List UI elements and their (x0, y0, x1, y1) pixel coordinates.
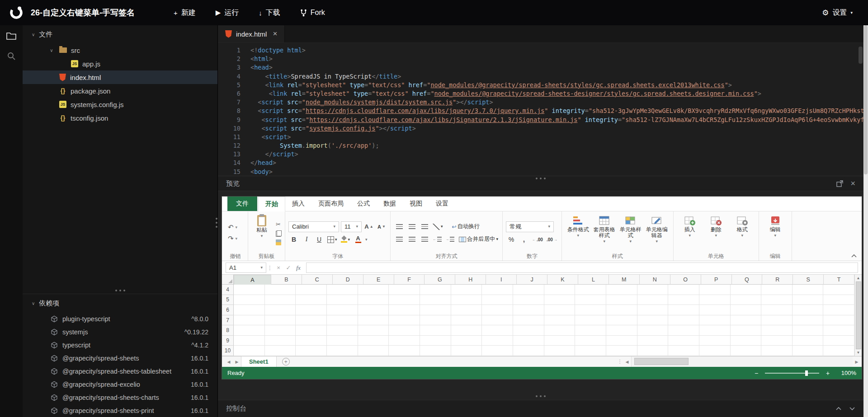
cell-G6[interactable] (420, 305, 451, 315)
select-all-corner[interactable] (222, 275, 234, 285)
cell-L10[interactable] (575, 346, 606, 356)
app-logo-icon[interactable] (9, 5, 24, 20)
row-header-5[interactable]: 5 (222, 295, 234, 305)
cell-B7[interactable] (265, 315, 296, 326)
cell-K10[interactable] (544, 346, 576, 356)
cell-R10[interactable] (761, 346, 793, 356)
percent-style-button[interactable]: % (506, 234, 517, 245)
insert-cells-button[interactable]: 插入▾ (677, 213, 703, 253)
cell-R6[interactable] (761, 305, 793, 315)
cell-A7[interactable] (234, 315, 265, 326)
cell-M6[interactable] (606, 305, 637, 315)
cell-H4[interactable] (451, 285, 482, 295)
dependency-item[interactable]: @grapecity/spread-sheets16.0.1 (23, 351, 217, 365)
italic-button[interactable]: I (301, 234, 312, 245)
cell-M4[interactable] (606, 285, 637, 295)
cell-D9[interactable] (327, 336, 358, 346)
delete-cells-button[interactable]: 删除▾ (703, 213, 729, 253)
tree-item-src[interactable]: ∨src (23, 43, 217, 57)
cell-E7[interactable] (358, 315, 389, 326)
cell-N4[interactable] (637, 285, 669, 295)
cell-P7[interactable] (699, 315, 731, 326)
cell-Q9[interactable] (731, 336, 762, 346)
code-line[interactable]: 7 <script src="node_modules/systemjs/dis… (218, 98, 863, 107)
column-header-S[interactable]: S (793, 275, 824, 285)
cell-T6[interactable] (823, 305, 854, 315)
cell-K7[interactable] (544, 315, 576, 326)
cell-D5[interactable] (327, 295, 358, 305)
cell-L8[interactable] (575, 325, 606, 336)
cell-B6[interactable] (265, 305, 296, 315)
column-header-N[interactable]: N (640, 275, 670, 285)
align-middle-button[interactable] (406, 221, 417, 232)
increase-font-button[interactable]: A▲ (363, 221, 374, 232)
dependency-item[interactable]: @grapecity/spread-sheets-tablesheet16.0.… (23, 365, 217, 378)
cell-S4[interactable] (793, 285, 824, 295)
horizontal-scrollbar-thumb[interactable] (634, 358, 689, 365)
font-color-button[interactable]: A (353, 234, 363, 245)
code-line[interactable]: 3<head> (218, 63, 863, 72)
cell-E10[interactable] (358, 346, 389, 356)
cell-O9[interactable] (668, 336, 699, 346)
cell-J10[interactable] (513, 346, 544, 356)
copy-button[interactable] (276, 230, 282, 237)
cell-T8[interactable] (823, 325, 854, 336)
tree-item-tsconfig-json[interactable]: {}tsconfig.json (23, 111, 217, 125)
align-center-button[interactable] (406, 234, 417, 244)
console-expand-icon[interactable] (835, 407, 842, 411)
code-line[interactable]: 2<html> (218, 55, 863, 63)
cell-K4[interactable] (544, 285, 576, 295)
page-scrollbar[interactable] (863, 25, 868, 417)
dependency-item[interactable]: systemjs^0.19.22 (23, 325, 217, 338)
code-line[interactable]: 11 <script> (218, 133, 863, 141)
zoom-slider-thumb[interactable] (805, 370, 808, 376)
cell-I5[interactable] (482, 295, 513, 305)
hscroll-right-button[interactable]: ▶ (853, 360, 861, 364)
cell-R4[interactable] (761, 285, 793, 295)
cell-C4[interactable] (296, 285, 327, 295)
ribbon-tab-1[interactable]: 开始 (258, 197, 285, 211)
zoom-slider[interactable] (765, 373, 819, 374)
cell-S8[interactable] (793, 325, 824, 336)
cell-O10[interactable] (668, 346, 699, 356)
search-icon[interactable] (7, 52, 16, 61)
cell-Q6[interactable] (731, 305, 762, 315)
wrap-text-button[interactable]: ↩ 自动换行 (451, 221, 481, 232)
merge-center-button[interactable]: 合并后居中 ▾ (458, 234, 499, 244)
cell-I9[interactable] (482, 336, 513, 346)
align-left-button[interactable] (394, 234, 405, 244)
cell-I4[interactable] (482, 285, 513, 295)
format-cells-button[interactable]: 格式▾ (729, 213, 755, 253)
cell-F5[interactable] (389, 295, 420, 305)
ribbon-tab-4[interactable]: 公式 (350, 197, 377, 211)
close-preview-icon[interactable]: × (850, 179, 855, 187)
console-collapse-icon[interactable] (849, 407, 855, 411)
column-header-L[interactable]: L (578, 275, 609, 285)
cell-Q4[interactable] (731, 285, 762, 295)
ribbon-tab-5[interactable]: 数据 (377, 197, 403, 211)
cell-I6[interactable] (482, 305, 513, 315)
cell-L6[interactable] (575, 305, 606, 315)
hscroll-left-button[interactable]: ◀ (623, 360, 631, 364)
borders-button[interactable]: ▾ (326, 234, 338, 245)
column-header-J[interactable]: J (517, 275, 547, 285)
cell-P6[interactable] (699, 305, 731, 315)
next-sheet-button[interactable]: ▶ (233, 360, 241, 364)
column-header-H[interactable]: H (455, 275, 486, 285)
cell-O7[interactable] (668, 315, 699, 326)
font-name-select[interactable]: Calibri▾ (288, 221, 339, 232)
code-line[interactable]: 6 <link rel="stylesheet" type="text/css"… (218, 89, 863, 98)
topbar-fork-button[interactable]: Fork (300, 9, 325, 17)
cell-M7[interactable] (606, 315, 637, 326)
cell-L7[interactable] (575, 315, 606, 326)
cell-S7[interactable] (793, 315, 824, 326)
deps-panel-header[interactable]: ∨ 依赖项 (23, 294, 217, 312)
cell-B4[interactable] (265, 285, 296, 295)
vertical-scrollbar[interactable]: ▲ ▼ (854, 275, 862, 356)
prev-sheet-button[interactable]: ◀ (225, 360, 233, 364)
sheet-tab-sheet1[interactable]: Sheet1 (241, 356, 277, 367)
underline-button[interactable]: U (314, 234, 325, 245)
console-resize-handle[interactable] (536, 395, 546, 397)
cell-T9[interactable] (823, 336, 854, 346)
cell-I7[interactable] (482, 315, 513, 326)
